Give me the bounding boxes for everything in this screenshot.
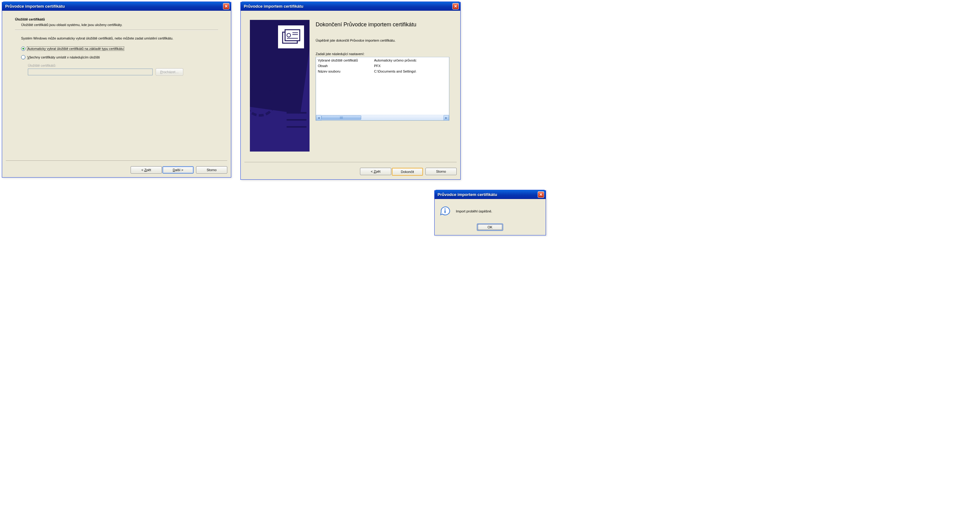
titlebar[interactable]: Průvodce importem certifikátu ✕ <box>434 190 546 199</box>
success-messagebox: Průvodce importem certifikátu ✕ Import p… <box>434 190 546 235</box>
radio-place-all[interactable] <box>21 55 25 59</box>
info-icon <box>439 206 450 217</box>
instruction-text: Systém Windows může automaticky vybrat ú… <box>21 36 218 41</box>
close-button[interactable]: ✕ <box>538 192 544 198</box>
close-button[interactable]: ✕ <box>452 3 459 10</box>
scroll-thumb[interactable] <box>321 115 361 120</box>
scroll-right-arrow-icon[interactable]: ► <box>444 115 449 121</box>
window-title: Průvodce importem certifikátu <box>5 4 223 9</box>
radio-auto-select-row[interactable]: Automaticky vybrat úložiště certifikátů … <box>21 46 218 51</box>
list-item-key: Název souboru <box>316 69 374 74</box>
svg-rect-7 <box>444 210 445 213</box>
list-item-value: Automaticky určeno průvodc <box>374 58 449 63</box>
close-icon: ✕ <box>454 4 457 8</box>
titlebar[interactable]: Průvodce importem certifikátu ✕ <box>240 2 461 11</box>
page-subheading: Úložiště certifikátů jsou oblasti systém… <box>21 23 218 27</box>
store-input <box>28 69 153 75</box>
list-item-value: PFX <box>374 63 449 69</box>
settings-listbox: Vybrané úložiště certifikátůAutomaticky … <box>316 57 449 121</box>
back-button[interactable]: < Zpět <box>130 166 162 174</box>
separator <box>15 30 218 30</box>
scroll-left-arrow-icon[interactable]: ◄ <box>316 115 321 121</box>
wizard-sidebar-graphic <box>250 20 310 152</box>
titlebar[interactable]: Průvodce importem certifikátu ✕ <box>2 2 231 11</box>
ok-button[interactable]: OK <box>477 223 503 231</box>
browse-button: Procházet… <box>156 68 183 76</box>
list-item-key: Obsah <box>316 63 374 69</box>
svg-point-6 <box>444 209 445 210</box>
close-icon: ✕ <box>224 4 228 8</box>
messagebox-text: Import proběhl úspěšně. <box>456 209 492 213</box>
finish-button[interactable]: Dokončit <box>392 168 423 176</box>
certificate-icon <box>278 26 304 48</box>
list-item[interactable]: ObsahPFX <box>316 63 449 69</box>
list-item[interactable]: Vybrané úložiště certifikátůAutomaticky … <box>316 58 449 63</box>
cancel-button[interactable]: Storno <box>196 166 227 174</box>
wizard-button-row: < Zpět Dokončit Storno <box>244 162 457 176</box>
back-button[interactable]: < Zpět <box>360 168 391 175</box>
next-button[interactable]: Další > <box>162 166 194 174</box>
radio-place-all-row[interactable]: Všechny certifikáty umístit v následujíc… <box>21 55 218 59</box>
window-title: Průvodce importem certifikátu <box>244 4 452 9</box>
cancel-button[interactable]: Storno <box>425 168 457 175</box>
close-icon: ✕ <box>539 193 542 196</box>
wizard-button-row: < Zpět Další > Storno <box>6 160 227 174</box>
wizard-complete-window: Průvodce importem certifikátu ✕ <box>240 2 461 180</box>
completion-heading: Dokončení Průvodce importem certifikátu <box>316 21 449 28</box>
completion-success-text: Úspěšně jste dokončili Průvodce importem… <box>316 38 449 42</box>
svg-rect-1 <box>285 30 300 41</box>
close-button[interactable]: ✕ <box>223 3 229 10</box>
radio-auto-select[interactable] <box>21 46 25 51</box>
window-title: Průvodce importem certifikátu <box>438 192 538 197</box>
list-item[interactable]: Název souboruC:\Documents and Settings\ <box>316 69 449 74</box>
radio-auto-select-label[interactable]: Automaticky vybrat úložiště certifikátů … <box>27 47 124 51</box>
store-field-label: Úložiště certifikátů: <box>28 64 218 67</box>
page-heading: Úložiště certifikátů <box>15 18 218 21</box>
settings-list-label: Zadali jste následující nastavení: <box>316 52 449 56</box>
list-item-value: C:\Documents and Settings\ <box>374 69 449 74</box>
list-item-key: Vybrané úložiště certifikátů <box>316 58 374 63</box>
horizontal-scrollbar[interactable]: ◄ ► <box>316 115 449 120</box>
radio-place-all-label[interactable]: Všechny certifikáty umístit v následujíc… <box>27 56 100 59</box>
scroll-track[interactable] <box>321 115 444 120</box>
wizard-store-window: Průvodce importem certifikátu ✕ Úložiště… <box>2 2 231 177</box>
